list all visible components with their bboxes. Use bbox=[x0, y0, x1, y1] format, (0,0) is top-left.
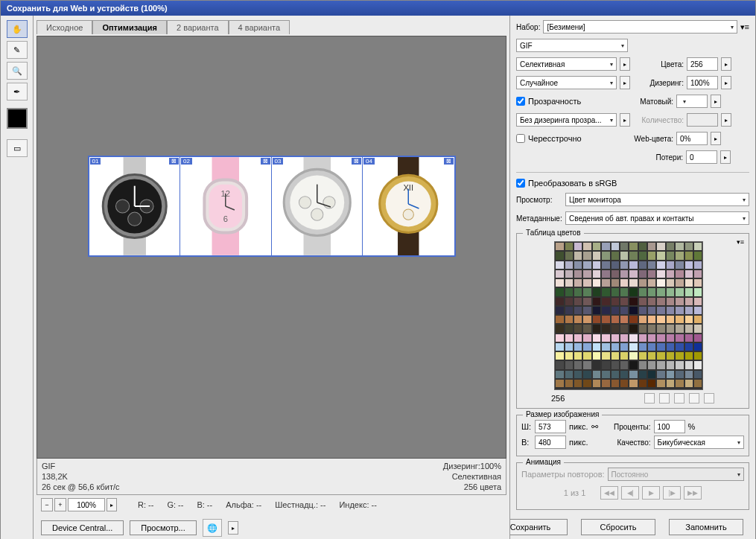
color-swatch-cell[interactable] bbox=[684, 324, 693, 333]
color-swatch-cell[interactable] bbox=[675, 297, 684, 306]
color-swatch-cell[interactable] bbox=[638, 388, 647, 389]
color-swatch-cell[interactable] bbox=[693, 351, 702, 360]
zoom-field[interactable] bbox=[68, 498, 105, 511]
color-swatch-cell[interactable] bbox=[629, 251, 638, 260]
tab-4up[interactable]: 4 варианта bbox=[229, 20, 290, 34]
color-swatch-cell[interactable] bbox=[666, 287, 675, 296]
color-swatch-cell[interactable] bbox=[601, 270, 610, 278]
color-swatch-cell[interactable] bbox=[601, 334, 610, 342]
color-swatch-cell[interactable] bbox=[666, 379, 675, 388]
color-swatch-cell[interactable] bbox=[611, 242, 620, 251]
color-swatch-cell[interactable] bbox=[601, 360, 610, 369]
height-field[interactable] bbox=[535, 436, 566, 449]
color-swatch-cell[interactable] bbox=[574, 360, 582, 369]
color-swatch-cell[interactable] bbox=[620, 306, 629, 315]
color-swatch-cell[interactable] bbox=[656, 360, 665, 369]
color-swatch-cell[interactable] bbox=[620, 242, 629, 251]
color-swatch-cell[interactable] bbox=[675, 251, 684, 260]
color-swatch-cell[interactable] bbox=[675, 278, 684, 287]
color-swatch-cell[interactable] bbox=[638, 278, 647, 287]
color-swatch-cell[interactable] bbox=[582, 270, 591, 278]
color-swatch-cell[interactable] bbox=[629, 360, 638, 369]
color-swatch-cell[interactable] bbox=[675, 342, 684, 351]
color-swatch-cell[interactable] bbox=[693, 334, 702, 342]
color-swatch-cell[interactable] bbox=[592, 251, 601, 260]
color-swatch-cell[interactable] bbox=[684, 388, 693, 389]
color-table-menu-icon[interactable]: ▾≡ bbox=[737, 238, 744, 246]
color-swatch-cell[interactable] bbox=[638, 242, 647, 251]
reset-button[interactable]: Сбросить bbox=[581, 519, 655, 535]
color-swatch-cell[interactable] bbox=[675, 242, 684, 251]
ct-icon-2[interactable] bbox=[659, 393, 670, 404]
new-color-icon[interactable] bbox=[689, 393, 699, 404]
save-button[interactable]: Сохранить bbox=[509, 519, 568, 535]
color-swatch-cell[interactable] bbox=[656, 278, 665, 287]
foreground-color[interactable] bbox=[7, 108, 28, 129]
tab-2up[interactable]: 2 варианта bbox=[167, 20, 229, 34]
color-swatch-cell[interactable] bbox=[611, 278, 620, 287]
color-swatch-cell[interactable] bbox=[565, 315, 574, 324]
color-swatch-cell[interactable] bbox=[693, 388, 702, 389]
color-swatch-cell[interactable] bbox=[555, 242, 564, 251]
color-swatch-cell[interactable] bbox=[629, 324, 638, 333]
color-swatch-cell[interactable] bbox=[620, 388, 629, 389]
color-swatch-cell[interactable] bbox=[629, 388, 638, 389]
color-swatch-cell[interactable] bbox=[693, 297, 702, 306]
color-swatch-cell[interactable] bbox=[574, 278, 582, 287]
color-swatch-cell[interactable] bbox=[675, 388, 684, 389]
color-swatch-cell[interactable] bbox=[611, 351, 620, 360]
color-swatch-cell[interactable] bbox=[656, 370, 665, 379]
color-swatch-cell[interactable] bbox=[647, 306, 656, 315]
slice-visibility[interactable]: ▭ bbox=[7, 139, 28, 157]
interlace-checkbox[interactable] bbox=[516, 134, 525, 143]
color-swatch-cell[interactable] bbox=[666, 370, 675, 379]
color-swatch-cell[interactable] bbox=[620, 287, 629, 296]
color-swatch-cell[interactable] bbox=[555, 306, 564, 315]
color-swatch-cell[interactable] bbox=[675, 360, 684, 369]
web-colors-field[interactable] bbox=[676, 132, 708, 145]
color-swatch-cell[interactable] bbox=[647, 370, 656, 379]
color-swatch-cell[interactable] bbox=[647, 342, 656, 351]
slice-2[interactable]: 02 ⊠ 12 6 bbox=[180, 157, 272, 255]
colors-stepper[interactable]: ▸ bbox=[721, 57, 731, 71]
color-swatch-cell[interactable] bbox=[656, 324, 665, 333]
preview-canvas[interactable]: 01 ⊠ 02 bbox=[36, 36, 506, 459]
color-swatch-cell[interactable] bbox=[574, 315, 582, 324]
color-swatch-cell[interactable] bbox=[647, 270, 656, 278]
color-swatch-cell[interactable] bbox=[666, 306, 675, 315]
color-swatch-cell[interactable] bbox=[629, 342, 638, 351]
color-swatch-cell[interactable] bbox=[582, 287, 591, 296]
slice-1[interactable]: 01 ⊠ bbox=[89, 157, 181, 255]
color-swatch-cell[interactable] bbox=[620, 251, 629, 260]
color-swatch-cell[interactable] bbox=[555, 351, 564, 360]
preset-menu-icon[interactable]: ▾≡ bbox=[740, 22, 749, 32]
srgb-checkbox[interactable] bbox=[516, 179, 525, 188]
color-swatch-cell[interactable] bbox=[647, 334, 656, 342]
color-swatch-cell[interactable] bbox=[592, 287, 601, 296]
color-swatch-cell[interactable] bbox=[620, 261, 629, 270]
color-swatch-cell[interactable] bbox=[582, 251, 591, 260]
color-swatch-cell[interactable] bbox=[555, 342, 564, 351]
color-swatch-cell[interactable] bbox=[582, 334, 591, 342]
web-colors-stepper[interactable]: ▸ bbox=[711, 132, 721, 145]
color-swatch-cell[interactable] bbox=[666, 270, 675, 278]
color-swatch-cell[interactable] bbox=[611, 360, 620, 369]
color-swatch-cell[interactable] bbox=[638, 315, 647, 324]
transp-dither-menu[interactable]: ▸ bbox=[620, 113, 630, 127]
dither-stepper[interactable]: ▸ bbox=[721, 76, 731, 89]
preview-profile-dropdown[interactable]: Цвет монитора bbox=[565, 193, 749, 206]
reduction-dropdown[interactable]: Селективная bbox=[516, 57, 617, 71]
lossy-stepper[interactable]: ▸ bbox=[720, 150, 731, 164]
color-swatch-cell[interactable] bbox=[565, 261, 574, 270]
color-swatch-cell[interactable] bbox=[666, 315, 675, 324]
color-swatch-cell[interactable] bbox=[620, 297, 629, 306]
color-swatch-cell[interactable] bbox=[611, 379, 620, 388]
eyedropper-tool[interactable]: ✒ bbox=[7, 83, 28, 101]
color-swatch-cell[interactable] bbox=[592, 379, 601, 388]
remember-button[interactable]: Запомнить bbox=[669, 519, 743, 535]
color-swatch-cell[interactable] bbox=[629, 306, 638, 315]
color-swatch-cell[interactable] bbox=[611, 251, 620, 260]
color-swatch-cell[interactable] bbox=[565, 379, 574, 388]
color-swatch-cell[interactable] bbox=[611, 287, 620, 296]
color-swatch-cell[interactable] bbox=[629, 297, 638, 306]
